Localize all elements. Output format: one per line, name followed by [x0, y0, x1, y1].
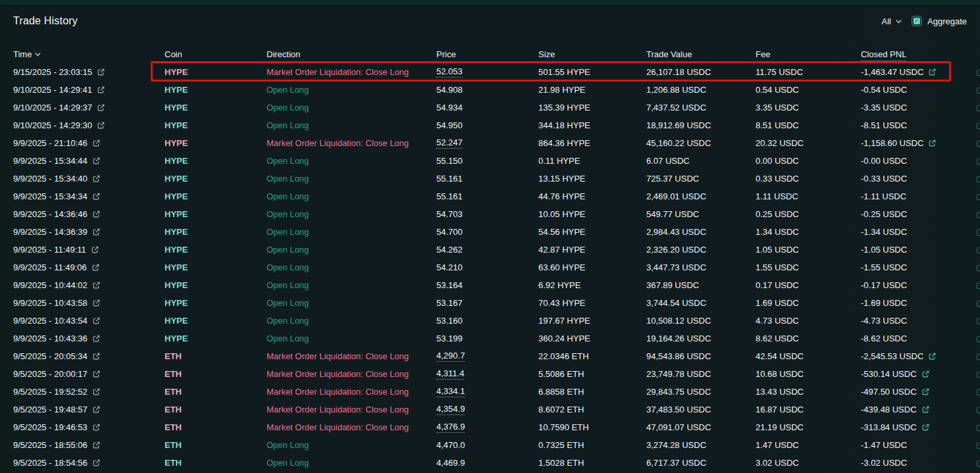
trade-value-cell: 367.89 USDC [646, 280, 756, 290]
aggregate-checkbox[interactable]: ✓ [912, 16, 922, 26]
time-cell: 9/5/2025 - 18:54:56 [13, 458, 165, 468]
trade-value-cell: 10,508.12 USDC [646, 316, 756, 326]
external-link-icon[interactable] [975, 441, 980, 450]
external-link-icon[interactable] [92, 352, 101, 361]
direction-cell: Open Long [267, 103, 436, 112]
closed-pnl-cell: -497.50 USDC [861, 387, 980, 397]
external-link-icon[interactable] [92, 316, 101, 325]
pnl-external-link-icon[interactable] [921, 405, 930, 414]
trade-history-table: Time Coin Direction Price Size Trade Val… [0, 45, 980, 472]
external-link-icon[interactable] [92, 157, 101, 165]
trade-value-cell: 2,984.43 USDC [646, 227, 756, 237]
external-link-icon[interactable] [91, 263, 100, 272]
external-link-icon[interactable] [975, 405, 980, 414]
external-link-icon[interactable] [92, 405, 101, 414]
external-link-icon[interactable] [975, 459, 980, 468]
external-link-icon[interactable] [91, 245, 99, 254]
external-link-icon[interactable] [97, 121, 105, 130]
external-link-icon[interactable] [975, 139, 980, 148]
fee-cell: 42.54 USDC [756, 351, 861, 361]
external-link-icon[interactable] [975, 245, 980, 255]
external-link-icon[interactable] [975, 334, 980, 343]
external-link-icon[interactable] [92, 139, 101, 147]
trade-time: 9/10/2025 - 14:29:37 [13, 103, 92, 112]
closed-pnl-cell: -1.69 USDC [861, 298, 980, 308]
pnl-external-link-icon[interactable] [921, 370, 930, 378]
external-link-icon[interactable] [975, 103, 980, 112]
fee-cell: 0.33 USDC [756, 174, 861, 184]
external-link-icon[interactable] [975, 210, 980, 219]
external-link-icon[interactable] [92, 387, 101, 396]
fee-cell: 1.05 USDC [756, 245, 861, 255]
external-link-icon[interactable] [92, 459, 101, 467]
external-link-icon[interactable] [92, 370, 101, 378]
external-link-icon[interactable] [975, 316, 980, 326]
external-link-icon[interactable] [975, 157, 980, 166]
external-link-icon[interactable] [92, 299, 101, 307]
table-row: 9/9/2025 - 14:36:39 HYPE Open Long 54.70… [0, 223, 980, 241]
pnl-external-link-icon[interactable] [928, 68, 937, 76]
external-link-icon[interactable] [97, 86, 105, 94]
pnl-external-link-icon[interactable] [921, 423, 930, 432]
external-link-icon[interactable] [975, 174, 980, 184]
external-link-icon[interactable] [975, 370, 980, 379]
trade-time: 9/9/2025 - 14:36:39 [13, 227, 88, 237]
trade-time: 9/9/2025 - 15:34:44 [13, 156, 88, 166]
external-link-icon[interactable] [975, 299, 980, 308]
external-link-icon[interactable] [975, 281, 980, 290]
trade-value-cell: 6,717.37 USDC [646, 458, 756, 468]
price-cell: 54.210 [436, 262, 538, 272]
pnl-external-link-icon[interactable] [928, 139, 937, 147]
chevron-down-icon [895, 18, 902, 25]
fee-cell: 3.02 USDC [756, 458, 861, 468]
external-link-icon[interactable] [975, 423, 980, 432]
column-header-time[interactable]: Time [13, 49, 165, 59]
external-link-icon[interactable] [92, 174, 101, 183]
external-link-icon[interactable] [975, 387, 980, 397]
external-link-icon[interactable] [975, 263, 980, 272]
trade-time: 9/9/2025 - 11:49:06 [13, 262, 87, 272]
chevron-down-icon [34, 51, 41, 58]
direction-cell: Market Order Liquidation: Close Long [267, 405, 436, 414]
direction-cell: Open Long [267, 298, 436, 308]
size-cell: 344.18 HYPE [538, 120, 646, 130]
price-cell: 4,469.9 [436, 458, 538, 468]
external-link-icon[interactable] [92, 228, 101, 236]
trade-time: 9/5/2025 - 19:46:53 [13, 422, 88, 432]
coin-cell: HYPE [165, 138, 267, 148]
external-link-icon[interactable] [92, 192, 101, 201]
closed-pnl-cell: -2,545.53 USDC [861, 351, 980, 361]
trade-value-cell: 45,160.22 USDC [646, 138, 756, 148]
external-link-icon[interactable] [975, 228, 980, 237]
direction-cell: Open Long [267, 458, 436, 468]
external-link-icon[interactable] [975, 352, 980, 361]
size-cell: 21.98 HYPE [538, 85, 646, 95]
pnl-external-link-icon[interactable] [928, 352, 937, 361]
trade-value-cell: 7,437.52 USDC [646, 103, 756, 112]
coin-cell: HYPE [165, 316, 267, 326]
coin-cell: ETH [165, 422, 267, 432]
external-link-icon[interactable] [92, 210, 101, 218]
external-link-icon[interactable] [92, 423, 101, 432]
fee-cell: 1.69 USDC [756, 298, 861, 308]
fee-cell: 0.00 USDC [756, 156, 861, 166]
trade-history-page: { "header": { "title": "Trade History", … [0, 0, 980, 473]
filter-dropdown[interactable]: All [882, 16, 902, 26]
time-cell: 9/9/2025 - 10:44:02 [13, 280, 165, 290]
external-link-icon[interactable] [92, 334, 101, 343]
external-link-icon[interactable] [975, 86, 980, 95]
trade-value-cell: 37,483.50 USDC [646, 405, 756, 414]
coin-cell: HYPE [165, 280, 267, 290]
column-header-trade-value: Trade Value [646, 49, 756, 59]
external-link-icon[interactable] [975, 192, 980, 201]
external-link-icon[interactable] [92, 441, 101, 449]
pnl-external-link-icon[interactable] [921, 387, 930, 396]
external-link-icon[interactable] [975, 121, 980, 130]
aggregate-toggle[interactable]: ✓ Aggregate [912, 16, 967, 26]
external-link-icon[interactable] [975, 68, 980, 77]
column-header-closed-pnl[interactable]: Closed PNL [861, 49, 980, 59]
external-link-icon[interactable] [92, 281, 101, 289]
external-link-icon[interactable] [97, 68, 105, 76]
time-cell: 9/9/2025 - 11:49:06 [13, 262, 165, 272]
external-link-icon[interactable] [97, 103, 105, 112]
